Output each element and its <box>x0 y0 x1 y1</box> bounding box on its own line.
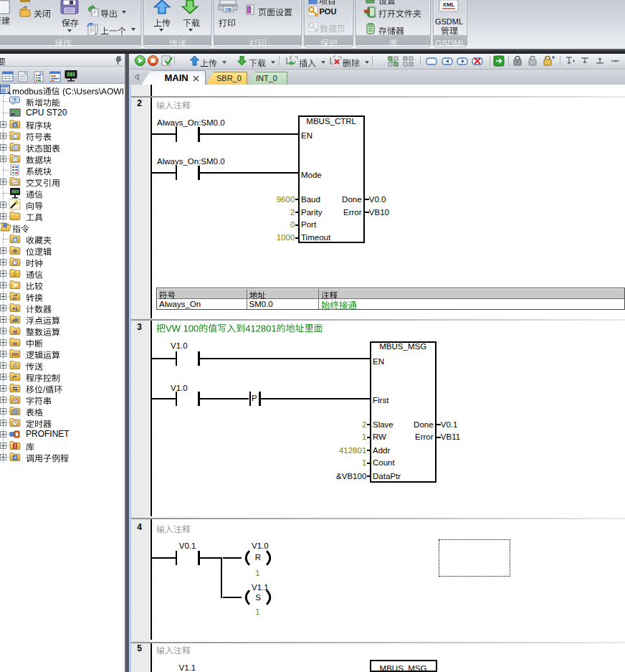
svg-text:ttt: ttt <box>13 341 17 346</box>
svg-text:±I: ±I <box>13 329 17 334</box>
svg-text:?: ? <box>13 97 16 103</box>
svg-text:AB: AB <box>12 398 18 402</box>
svg-text:+1: +1 <box>12 306 18 311</box>
svg-text:o: o <box>14 123 16 127</box>
svg-text:XML: XML <box>443 1 455 8</box>
svg-text:±R: ±R <box>12 318 19 323</box>
svg-text:IOII: IOII <box>12 352 19 356</box>
